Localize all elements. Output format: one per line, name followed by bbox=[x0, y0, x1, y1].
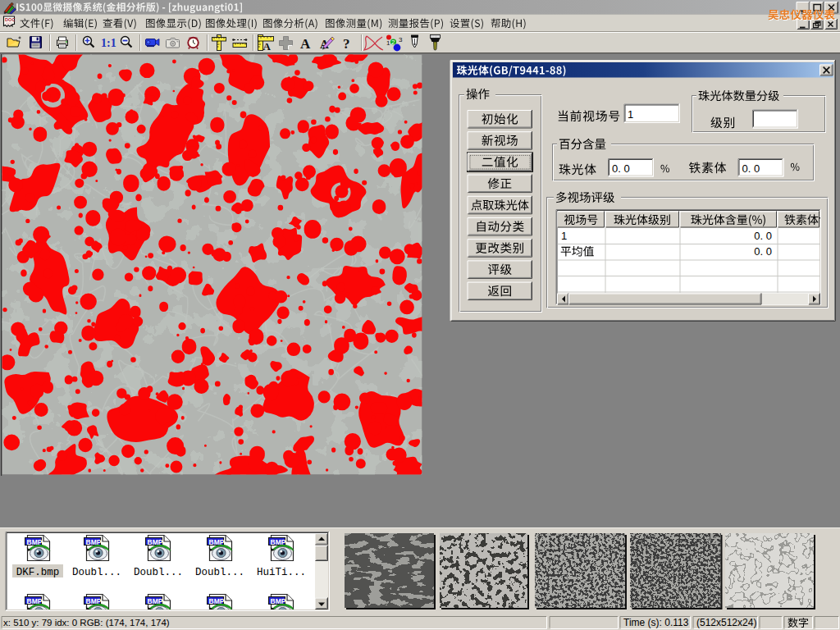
svg-text:2: 2 bbox=[391, 39, 395, 46]
svg-text:DOC: DOC bbox=[5, 17, 15, 22]
svg-text:Doubl...: Doubl... bbox=[72, 567, 121, 578]
svg-text:A: A bbox=[300, 36, 311, 52]
svg-text:0. 0: 0. 0 bbox=[742, 162, 760, 175]
svg-text:1: 1 bbox=[386, 39, 390, 47]
svg-text:1:1: 1:1 bbox=[101, 37, 116, 49]
svg-text:DKF.bmp: DKF.bmp bbox=[16, 567, 60, 578]
svg-text:(512x512x24): (512x512x24) bbox=[696, 617, 756, 628]
svg-text:Doubl...: Doubl... bbox=[134, 567, 183, 578]
svg-text:1: 1 bbox=[628, 108, 633, 121]
svg-text:HuiTi...: HuiTi... bbox=[257, 567, 306, 578]
svg-text:?: ? bbox=[343, 36, 350, 52]
svg-text:3: 3 bbox=[399, 36, 403, 43]
svg-text:Time (s): 0.113: Time (s): 0.113 bbox=[623, 617, 689, 628]
svg-text:x: 510 y: 79 idx: 0 RGB: (174,: x: 510 y: 79 idx: 0 RGB: (174, 174, 174) bbox=[3, 618, 170, 628]
svg-text:1: 1 bbox=[561, 230, 567, 242]
svg-text:0. 0: 0. 0 bbox=[612, 162, 630, 175]
svg-text:Doubl...: Doubl... bbox=[195, 567, 244, 578]
svg-text:A: A bbox=[263, 40, 272, 52]
svg-text:0. 0: 0. 0 bbox=[754, 245, 772, 258]
svg-text:0. 0: 0. 0 bbox=[754, 230, 772, 242]
